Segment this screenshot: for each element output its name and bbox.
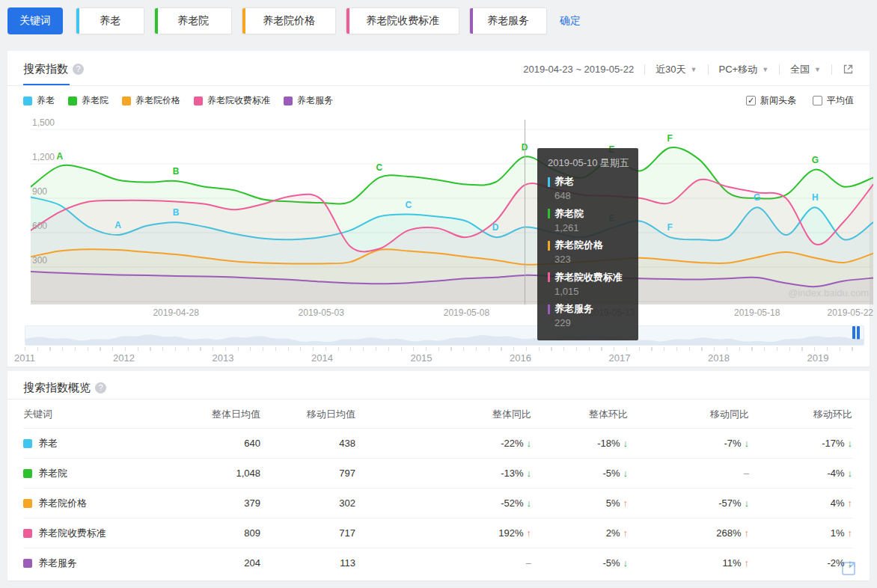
external-link-icon[interactable]	[843, 64, 854, 75]
divider	[644, 64, 645, 75]
change-value: -17%	[822, 438, 844, 449]
keyword-box-3[interactable]: 养老院收费标准	[346, 7, 459, 34]
mobile-mom-cell: 1%↑	[751, 527, 854, 539]
keyword-cell[interactable]: 养老服务	[23, 557, 188, 570]
tooltip-item-4: 养老服务229	[548, 302, 628, 331]
news-marker-G[interactable]: G	[754, 192, 760, 203]
legend-swatch	[194, 97, 203, 105]
legend-item-0[interactable]: 养老	[23, 94, 55, 107]
tooltip-name-text: 养老院收费标准	[554, 271, 623, 284]
keyword-name: 养老院价格	[38, 497, 87, 510]
news-marker-D[interactable]: D	[492, 222, 499, 233]
news-marker-F[interactable]: F	[667, 222, 673, 233]
keyword-cell[interactable]: 养老院	[23, 467, 188, 480]
legend-item-4[interactable]: 养老服务	[284, 94, 333, 107]
overall-yoy-cell: 192%↑	[357, 527, 533, 539]
col-mobile-avg: 移动日均值	[262, 408, 357, 421]
arrow-down-icon: ↓	[623, 557, 629, 569]
legend-item-1[interactable]: 养老院	[68, 94, 109, 107]
overall-mom-cell: 2%↑	[533, 527, 629, 539]
news-marker-A[interactable]: A	[56, 151, 63, 162]
tooltip-color-bar	[548, 304, 550, 314]
legend-label: 养老院价格	[135, 94, 180, 107]
device-dropdown[interactable]: PC+移动▼	[719, 63, 769, 76]
slider-mini-chart	[25, 326, 864, 345]
keyword-box-0[interactable]: 养老	[76, 7, 144, 34]
timeline-year-2014[interactable]: 2014	[311, 352, 333, 364]
chart-legend: 养老养老院养老院价格养老院收费标准养老服务	[23, 94, 333, 107]
tooltip-series-name: 养老服务	[548, 302, 628, 316]
mobile-mom-cell: 4%↑	[751, 497, 854, 509]
keyword-box-list: 养老养老院养老院价格养老院收费标准养老服务	[76, 7, 557, 34]
legend-label: 养老院	[82, 94, 109, 107]
keyword-box-2[interactable]: 养老院价格	[242, 7, 336, 34]
help-icon[interactable]: ?	[73, 64, 84, 75]
search-index-title: 搜索指数	[23, 62, 68, 76]
float-export-icon[interactable]	[841, 560, 858, 576]
news-headline-checkbox[interactable]: ✓ 新闻头条	[746, 94, 796, 107]
x-axis-label: 2019-05-22	[828, 307, 873, 318]
change-value: -52%	[501, 497, 523, 509]
tooltip-value: 1,015	[554, 284, 628, 299]
date-range[interactable]: 2019-04-23 ~ 2019-05-22	[523, 64, 634, 75]
change-value: -57%	[718, 497, 741, 509]
arrow-down-icon: ↓	[527, 438, 532, 449]
change-value: 4%	[831, 497, 845, 509]
overall-yoy-cell: -52%↓	[357, 497, 533, 509]
legend-item-2[interactable]: 养老院价格	[122, 94, 180, 107]
tooltip-item-0: 养老648	[548, 175, 628, 203]
region-dropdown[interactable]: 全国▼	[790, 63, 821, 76]
chart-canvas: ABCDEFGHABCDEFG	[31, 120, 873, 304]
confirm-link[interactable]: 确定	[560, 14, 581, 28]
news-marker-H[interactable]: H	[812, 192, 819, 203]
arrow-down-icon: ↓	[623, 468, 629, 479]
timeline-year-2011[interactable]: 2011	[14, 352, 35, 364]
news-marker-B[interactable]: B	[173, 166, 180, 177]
col-overall-yoy: 整体同比	[357, 408, 533, 421]
news-marker-C[interactable]: C	[405, 200, 412, 210]
timeline-year-2015[interactable]: 2015	[411, 352, 433, 364]
timeline-year-2018[interactable]: 2018	[708, 352, 730, 364]
timeline-year-2017[interactable]: 2017	[609, 352, 631, 364]
period-dropdown[interactable]: 近30天▼	[656, 63, 697, 76]
mobile-mom-cell: -4%↓	[751, 468, 854, 479]
tooltip-color-bar	[548, 241, 550, 251]
arrow-up-icon: ↑	[623, 497, 629, 509]
search-index-overview-card: 搜索指数概览 ? 关键词 整体日均值 移动日均值 整体同比 整体环比 移动同比 …	[7, 371, 870, 581]
keyword-box-4[interactable]: 养老服务	[469, 7, 547, 34]
average-checkbox[interactable]: 平均值	[813, 94, 854, 107]
timeline-slider[interactable]	[25, 325, 864, 346]
help-icon[interactable]: ?	[95, 382, 106, 393]
timeline-year-2016[interactable]: 2016	[510, 352, 531, 364]
keyword-label-button[interactable]: 关键词	[7, 7, 63, 34]
news-marker-B[interactable]: B	[173, 207, 180, 218]
keyword-cell[interactable]: 养老院收费标准	[23, 527, 188, 540]
timeline-year-2012[interactable]: 2012	[113, 352, 135, 364]
legend-item-3[interactable]: 养老院收费标准	[194, 94, 270, 107]
news-marker-G[interactable]: G	[812, 155, 819, 165]
tooltip-name-text: 养老	[554, 175, 574, 189]
tooltip-series-name: 养老院	[548, 207, 628, 221]
keyword-cell[interactable]: 养老院价格	[23, 497, 188, 510]
table-row-4: 养老服务204113–-5%↓11%↑-2%↓	[23, 548, 854, 578]
mobile-yoy-cell: -7%↓	[629, 438, 751, 449]
timeline-year-2013[interactable]: 2013	[213, 352, 234, 364]
overall-yoy-cell: –	[357, 557, 533, 569]
arrow-up-icon: ↑	[527, 527, 532, 539]
overall-mom-cell: -5%↓	[533, 468, 629, 479]
timeline-year-2019[interactable]: 2019	[807, 352, 829, 364]
trend-chart[interactable]: ABCDEFGHABCDEFG 2019-05-10 星期五 养老648养老院1…	[31, 120, 873, 304]
keyword-cell[interactable]: 养老	[23, 437, 188, 450]
keyword-text: 养老院	[177, 14, 209, 28]
keyword-box-1[interactable]: 养老院	[154, 7, 232, 34]
overall-mom-cell: -5%↓	[533, 557, 629, 569]
overall-avg-cell: 809	[188, 527, 262, 539]
news-marker-F[interactable]: F	[667, 133, 673, 144]
keyword-name: 养老院收费标准	[38, 527, 106, 540]
timeline-ticks	[25, 347, 864, 351]
news-marker-A[interactable]: A	[114, 220, 121, 230]
mobile-avg-cell: 797	[262, 468, 357, 479]
keyword-text: 养老院收费标准	[366, 14, 439, 28]
news-marker-C[interactable]: C	[376, 162, 383, 173]
y-axis-label: 900	[32, 186, 47, 197]
